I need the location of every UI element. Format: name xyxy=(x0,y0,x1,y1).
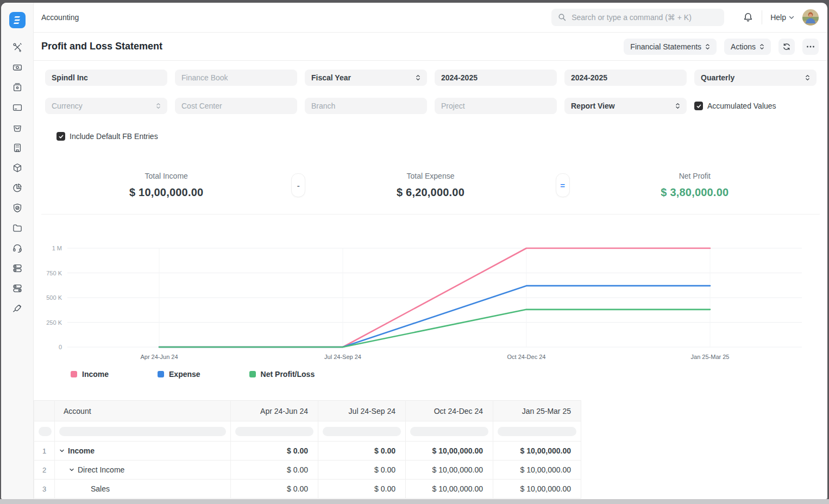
financial-statements-dropdown[interactable]: Financial Statements xyxy=(624,39,717,55)
table-row[interactable]: 2Direct Income$ 0.00$ 0.00$ 10,00,000.00… xyxy=(34,461,581,480)
currency-placeholder: Currency xyxy=(52,102,153,110)
company-filter[interactable]: Spindl Inc xyxy=(45,70,167,86)
periodicity-select[interactable]: Quarterly xyxy=(694,70,817,86)
row-expand-chevron-icon[interactable] xyxy=(69,467,74,472)
account-cell[interactable]: Sales xyxy=(55,480,231,499)
column-header-q2[interactable]: Jul 24-Sep 24 xyxy=(318,401,406,421)
table-row[interactable]: 1Income$ 0.00$ 0.00$ 10,00,000.00$ 10,00… xyxy=(34,442,581,461)
column-header-account[interactable]: Account xyxy=(55,401,231,421)
account-name: Income xyxy=(68,446,95,455)
chart-legend: IncomeExpenseNet Profit/Loss xyxy=(71,370,827,379)
q1-filter-input[interactable] xyxy=(235,427,313,436)
account-cell[interactable]: Direct Income xyxy=(55,461,231,480)
erpnext-logo[interactable] xyxy=(9,12,26,28)
legend-swatch xyxy=(249,371,256,377)
toggles-icon[interactable] xyxy=(11,262,23,274)
package-icon[interactable] xyxy=(11,162,23,174)
page-actions: Financial Statements Actions xyxy=(624,39,819,55)
app-window: Accounting Search or type a command (⌘ +… xyxy=(1,3,827,499)
total-income-label: Total Income xyxy=(41,172,291,180)
refresh-icon xyxy=(782,42,791,51)
plug-icon[interactable] xyxy=(11,303,23,314)
summary-section: Total Income $ 10,00,000.00 - Total Expe… xyxy=(41,163,820,215)
amount-cell: $ 10,00,000.00 xyxy=(406,461,493,480)
project-filter[interactable]: Project xyxy=(435,98,557,114)
amount-cell: $ 0.00 xyxy=(231,461,318,480)
more-menu-button[interactable] xyxy=(802,39,819,55)
column-header-q4[interactable]: Jan 25-Mar 25 xyxy=(493,401,581,421)
actions-label: Actions xyxy=(731,42,756,51)
main-area: Accounting Search or type a command (⌘ +… xyxy=(34,3,827,499)
notifications-bell-icon[interactable] xyxy=(743,12,753,23)
row-number: 3 xyxy=(34,480,55,499)
total-income-value: $ 10,00,000.00 xyxy=(41,186,291,199)
accumulated-values-checkbox[interactable]: Accumulated Values xyxy=(694,98,817,114)
refresh-button[interactable] xyxy=(778,39,795,55)
row-expand-chevron-icon[interactable] xyxy=(59,448,65,453)
pie-chart-icon[interactable] xyxy=(11,182,23,194)
to-fiscal-year-filter[interactable]: 2024-2025 xyxy=(564,70,687,86)
column-header-q1[interactable]: Apr 24-Jun 24 xyxy=(231,401,318,421)
from-fiscal-year-filter[interactable]: 2024-2025 xyxy=(435,70,557,86)
q3-filter-input[interactable] xyxy=(410,427,488,436)
total-expense-value: $ 6,20,000.00 xyxy=(305,186,555,199)
q4-filter-input[interactable] xyxy=(498,427,576,436)
page-header: Profit and Loss Statement Financial Stat… xyxy=(34,33,827,61)
report-view-select[interactable]: Report View xyxy=(564,98,687,114)
sort-chevrons-icon xyxy=(156,102,161,110)
account-cell[interactable]: Income xyxy=(55,442,231,461)
total-expense-card: Total Expense $ 6,20,000.00 xyxy=(305,172,555,199)
table-row[interactable]: 3Sales$ 0.00$ 0.00$ 10,00,000.00$ 10,00,… xyxy=(34,480,581,499)
finance-book-filter[interactable]: Finance Book xyxy=(175,70,297,86)
svg-text:500 K: 500 K xyxy=(46,294,62,301)
help-menu[interactable]: Help xyxy=(770,13,794,22)
net-profit-value: $ 3,80,000.00 xyxy=(570,186,820,199)
svg-text:750 K: 750 K xyxy=(46,270,62,276)
finance-book-placeholder: Finance Book xyxy=(181,73,291,82)
sort-chevrons-icon xyxy=(759,43,764,51)
search-placeholder: Search or type a command (⌘ + K) xyxy=(571,13,692,22)
report-table-section: Account Apr 24-Jun 24 Jul 24-Sep 24 Oct … xyxy=(34,400,827,499)
include-default-fb-checkbox[interactable]: Include Default FB Entries xyxy=(56,128,817,144)
account-name: Direct Income xyxy=(78,465,124,474)
headset-icon[interactable] xyxy=(11,242,23,254)
banknote-icon[interactable] xyxy=(11,61,23,73)
legend-label: Expense xyxy=(169,370,200,379)
pnl-chart: 0250 K500 K750 K1 MApr 24-Jun 24Jul 24-S… xyxy=(34,236,827,379)
pos-box-icon[interactable] xyxy=(11,81,23,93)
q2-filter-input[interactable] xyxy=(323,427,401,436)
legend-label: Income xyxy=(82,370,109,379)
account-filter-input[interactable] xyxy=(59,427,226,436)
period-basis-select[interactable]: Fiscal Year xyxy=(305,70,427,86)
amount-cell: $ 0.00 xyxy=(318,442,406,461)
search-input[interactable]: Search or type a command (⌘ + K) xyxy=(551,9,724,26)
tools-icon[interactable] xyxy=(11,41,23,53)
shield-check-icon[interactable] xyxy=(11,202,23,214)
sort-chevrons-icon xyxy=(705,43,710,51)
svg-text:Apr 24-Jun 24: Apr 24-Jun 24 xyxy=(140,354,178,360)
sort-chevrons-icon xyxy=(416,74,420,81)
credit-card-icon[interactable] xyxy=(11,102,23,114)
include-default-fb-label: Include Default FB Entries xyxy=(70,132,158,141)
user-avatar[interactable] xyxy=(802,9,819,26)
sidebar-nav xyxy=(11,41,23,314)
row-number-filter-input[interactable] xyxy=(39,427,52,436)
building-icon[interactable] xyxy=(11,142,23,154)
filters-section: Spindl Inc Finance Book Fiscal Year 2024… xyxy=(34,61,827,144)
currency-select[interactable]: Currency xyxy=(45,98,167,114)
toggles-icon-2[interactable] xyxy=(11,282,23,294)
actions-dropdown[interactable]: Actions xyxy=(724,39,771,55)
amount-cell: $ 0.00 xyxy=(318,461,406,480)
net-profit-card: Net Profit $ 3,80,000.00 xyxy=(570,172,820,199)
branch-filter[interactable]: Branch xyxy=(305,98,427,114)
column-header-q3[interactable]: Oct 24-Dec 24 xyxy=(406,401,493,421)
cost-center-filter[interactable]: Cost Center xyxy=(175,98,297,114)
financial-statements-label: Financial Statements xyxy=(630,42,701,51)
folder-icon[interactable] xyxy=(11,222,23,234)
line-chart: 0250 K500 K750 K1 MApr 24-Jun 24Jul 24-S… xyxy=(35,236,806,362)
row-number-header xyxy=(34,401,55,421)
account-name: Sales xyxy=(91,484,110,493)
shopping-bag-icon[interactable] xyxy=(11,122,23,134)
total-income-card: Total Income $ 10,00,000.00 xyxy=(41,172,291,199)
sort-chevrons-icon xyxy=(675,102,680,110)
